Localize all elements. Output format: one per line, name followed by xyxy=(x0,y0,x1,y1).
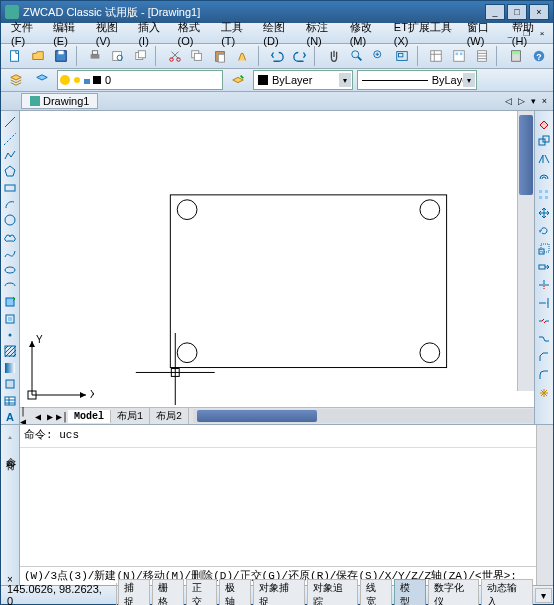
rotate-button[interactable] xyxy=(536,223,552,239)
status-model[interactable]: 模型 xyxy=(394,579,426,605)
menu-et-tools[interactable]: ET扩展工具(X) xyxy=(388,18,461,49)
svg-rect-36 xyxy=(8,317,12,321)
polygon-button[interactable] xyxy=(2,164,18,178)
menu-file[interactable]: 文件(F) xyxy=(5,18,47,49)
mirror-button[interactable] xyxy=(536,151,552,167)
modify-toolbar xyxy=(534,111,553,424)
status-osnap[interactable]: 对象捕捉 xyxy=(253,579,305,605)
extend-button[interactable] xyxy=(536,295,552,311)
menu-tools[interactable]: 工具(T) xyxy=(215,18,257,49)
layer-name: 0 xyxy=(105,74,111,86)
coordinates-display[interactable]: 145.0626, 98.2623, 0 xyxy=(1,583,117,605)
svg-rect-39 xyxy=(5,363,15,373)
svg-point-45 xyxy=(420,200,440,220)
layout1-tab[interactable]: 布局1 xyxy=(111,408,150,424)
lineweight-combo[interactable]: ByLayer ▾ xyxy=(357,70,477,90)
status-tablet[interactable]: 数字化仪 xyxy=(428,579,480,605)
make-current-button[interactable] xyxy=(227,69,249,91)
hatch-button[interactable] xyxy=(2,344,18,358)
circle-button[interactable] xyxy=(2,213,18,227)
status-otrack[interactable]: 对象追踪 xyxy=(307,579,359,605)
region-button[interactable] xyxy=(2,377,18,391)
menu-window[interactable]: 窗口(W) xyxy=(461,18,506,49)
ellipse-button[interactable] xyxy=(2,262,18,276)
sub-minimize-button[interactable]: _ xyxy=(503,27,517,39)
tab-next-icon[interactable]: ▷ xyxy=(516,96,527,106)
status-menu-icon[interactable]: ▾ xyxy=(535,588,552,603)
menu-edit[interactable]: 编辑(E) xyxy=(47,18,90,49)
status-ortho[interactable]: 正交 xyxy=(186,579,218,605)
point-button[interactable] xyxy=(2,328,18,342)
sub-close-button[interactable]: × xyxy=(535,27,549,39)
revcloud-button[interactable] xyxy=(2,230,18,244)
drawing-icon xyxy=(30,96,40,106)
svg-rect-25 xyxy=(512,52,519,55)
command-scrollbar[interactable] xyxy=(536,425,553,585)
status-snap[interactable]: 捕捉 xyxy=(118,579,150,605)
offset-button[interactable] xyxy=(536,169,552,185)
status-polar[interactable]: 极轴 xyxy=(219,579,251,605)
move-button[interactable] xyxy=(536,205,552,221)
svg-rect-19 xyxy=(431,51,442,62)
tab-prev-button[interactable]: ◀ xyxy=(32,409,44,423)
color-combo[interactable]: ByLayer ▾ xyxy=(253,70,353,90)
arc-button[interactable] xyxy=(2,197,18,211)
menu-draw[interactable]: 绘图(D) xyxy=(257,18,300,49)
svg-rect-63 xyxy=(545,196,548,199)
explode-button[interactable] xyxy=(536,385,552,401)
layer-manager-button[interactable] xyxy=(5,69,27,91)
rectangle-button[interactable] xyxy=(2,181,18,195)
pin-icon[interactable] xyxy=(4,429,16,441)
tab-prev-icon[interactable]: ◁ xyxy=(503,96,514,106)
spline-button[interactable] xyxy=(2,246,18,260)
fillet-button[interactable] xyxy=(536,367,552,383)
menubar: 文件(F) 编辑(E) 视图(V) 插入(I) 格式(O) 工具(T) 绘图(D… xyxy=(1,23,553,44)
svg-rect-43 xyxy=(170,195,446,368)
menu-modify[interactable]: 修改(M) xyxy=(344,18,388,49)
svg-rect-65 xyxy=(541,244,549,252)
mtext-button[interactable]: A xyxy=(2,410,18,424)
tab-close-icon[interactable]: × xyxy=(540,96,549,106)
status-dyn[interactable]: 动态输入 xyxy=(481,579,533,605)
tab-next-button[interactable]: ▶ xyxy=(44,409,56,423)
scale-button[interactable] xyxy=(536,241,552,257)
tab-menu-icon[interactable]: ▾ xyxy=(529,96,538,106)
status-grid[interactable]: 栅格 xyxy=(152,579,184,605)
drawing-canvas[interactable]: X Y xyxy=(20,111,534,407)
menu-format[interactable]: 格式(O) xyxy=(172,18,216,49)
construction-line-button[interactable] xyxy=(2,131,18,145)
break-button[interactable] xyxy=(536,313,552,329)
trim-button[interactable] xyxy=(536,277,552,293)
join-button[interactable] xyxy=(536,331,552,347)
polyline-button[interactable] xyxy=(2,148,18,162)
status-lwt[interactable]: 线宽 xyxy=(360,579,392,605)
chamfer-button[interactable] xyxy=(536,349,552,365)
tab-last-button[interactable]: ▶| xyxy=(56,409,68,423)
erase-button[interactable] xyxy=(536,115,552,131)
svg-point-46 xyxy=(177,343,197,363)
vertical-scrollbar[interactable] xyxy=(517,111,534,391)
model-tab[interactable]: Model xyxy=(68,410,111,423)
menu-insert[interactable]: 插入(I) xyxy=(132,18,171,49)
sub-restore-button[interactable]: ❐ xyxy=(519,27,533,39)
table-button[interactable] xyxy=(2,393,18,407)
tab-first-button[interactable]: |◀ xyxy=(20,409,32,423)
horizontal-scrollbar[interactable] xyxy=(193,409,534,423)
layer-states-button[interactable] xyxy=(31,69,53,91)
document-tab[interactable]: Drawing1 xyxy=(21,93,98,109)
menu-dimension[interactable]: 标注(N) xyxy=(300,18,343,49)
menu-view[interactable]: 视图(V) xyxy=(90,18,133,49)
line-button[interactable] xyxy=(2,115,18,129)
ellipse-arc-button[interactable] xyxy=(2,279,18,293)
gradient-button[interactable] xyxy=(2,361,18,375)
layout2-tab[interactable]: 布局2 xyxy=(150,408,189,424)
svg-rect-66 xyxy=(539,265,545,269)
layer-combo[interactable]: 0 xyxy=(57,70,223,90)
svg-rect-61 xyxy=(539,196,542,199)
array-button[interactable] xyxy=(536,187,552,203)
make-block-button[interactable] xyxy=(2,312,18,326)
insert-block-button[interactable] xyxy=(2,295,18,309)
layer-color-icon xyxy=(92,75,102,85)
stretch-button[interactable] xyxy=(536,259,552,275)
copy-obj-button[interactable] xyxy=(536,133,552,149)
